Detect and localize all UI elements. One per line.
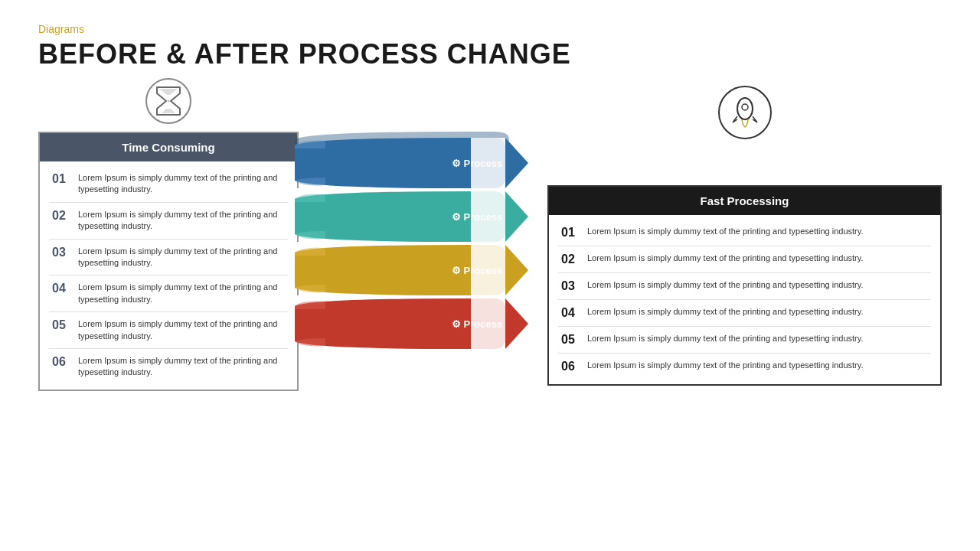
item-text: Lorem Ipsum is simply dummy text of the … — [78, 355, 285, 379]
svg-marker-6 — [505, 191, 528, 242]
item-divider — [49, 239, 288, 240]
item-number: 03 — [52, 246, 70, 259]
item-text: Lorem Ipsum is simply dummy text of the … — [78, 318, 285, 342]
right-list-item: 02 Lorem Ipsum is simply dummy text of t… — [558, 248, 931, 271]
svg-point-2 — [168, 100, 170, 103]
left-list-item: 01 Lorem Ipsum is simply dummy text of t… — [49, 168, 288, 201]
funnel-svg: ⚙ Process ⚙ Process ⚙ Process — [295, 132, 547, 422]
item-divider — [558, 353, 931, 354]
item-text: Lorem Ipsum is simply dummy text of the … — [78, 209, 285, 233]
item-number: 04 — [52, 282, 70, 295]
svg-point-18 — [737, 98, 753, 119]
right-box-items: 01 Lorem Ipsum is simply dummy text of t… — [549, 215, 940, 384]
item-number: 06 — [52, 355, 70, 369]
item-number: 01 — [561, 226, 580, 240]
svg-marker-3 — [505, 138, 528, 188]
left-list-item: 03 Lorem Ipsum is simply dummy text of t… — [49, 241, 288, 274]
right-box-header: Fast Processing — [549, 187, 940, 215]
item-text: Lorem Ipsum is simply dummy text of the … — [587, 306, 864, 318]
item-number: 02 — [561, 253, 580, 266]
item-divider — [49, 348, 288, 349]
item-divider — [49, 202, 288, 203]
right-list-item: 04 Lorem Ipsum is simply dummy text of t… — [558, 302, 931, 324]
item-divider — [558, 326, 931, 327]
left-list-item: 06 Lorem Ipsum is simply dummy text of t… — [49, 350, 288, 383]
item-text: Lorem Ipsum is simply dummy text of the … — [587, 279, 864, 291]
item-text: Lorem Ipsum is simply dummy text of the … — [587, 360, 864, 371]
svg-marker-9 — [505, 245, 528, 295]
item-number: 02 — [52, 209, 70, 223]
right-list-item: 05 Lorem Ipsum is simply dummy text of t… — [558, 328, 931, 351]
item-text: Lorem Ipsum is simply dummy text of the … — [78, 246, 285, 269]
svg-rect-17 — [471, 298, 505, 349]
svg-rect-16 — [471, 245, 505, 295]
right-list-item: 01 Lorem Ipsum is simply dummy text of t… — [558, 221, 931, 244]
left-list-item: 02 Lorem Ipsum is simply dummy text of t… — [49, 204, 288, 237]
item-divider — [558, 299, 931, 300]
left-list-item: 04 Lorem Ipsum is simply dummy text of t… — [49, 277, 288, 310]
svg-rect-15 — [471, 191, 505, 242]
item-text: Lorem Ipsum is simply dummy text of the … — [78, 172, 285, 196]
right-panel: Fast Processing 01 Lorem Ipsum is simply… — [547, 86, 942, 386]
right-list-item: 06 Lorem Ipsum is simply dummy text of t… — [558, 355, 931, 378]
item-number: 04 — [561, 306, 580, 320]
left-box-items: 01 Lorem Ipsum is simply dummy text of t… — [40, 161, 297, 390]
item-text: Lorem Ipsum is simply dummy text of the … — [587, 253, 864, 264]
item-number: 06 — [561, 360, 580, 373]
svg-point-19 — [742, 104, 748, 110]
item-text: Lorem Ipsum is simply dummy text of the … — [587, 333, 864, 344]
item-number: 05 — [561, 333, 580, 347]
main-title: BEFORE & AFTER PROCESS CHANGE — [38, 38, 942, 70]
item-divider — [49, 275, 288, 276]
right-box: Fast Processing 01 Lorem Ipsum is simply… — [547, 185, 942, 386]
mid-section: ⚙ Process ⚙ Process ⚙ Process — [295, 132, 547, 425]
content-layout: Time Consuming 01 Lorem Ipsum is simply … — [38, 86, 942, 425]
diagrams-label: Diagrams — [38, 23, 942, 35]
left-panel: Time Consuming 01 Lorem Ipsum is simply … — [38, 132, 299, 391]
left-list-item: 05 Lorem Ipsum is simply dummy text of t… — [49, 314, 288, 347]
left-box-header: Time Consuming — [40, 133, 297, 161]
item-text: Lorem Ipsum is simply dummy text of the … — [587, 226, 864, 237]
rocket-icon — [718, 86, 772, 139]
item-number: 01 — [52, 172, 70, 186]
item-divider — [558, 272, 931, 273]
item-number: 03 — [561, 279, 580, 293]
left-box: Time Consuming 01 Lorem Ipsum is simply … — [38, 132, 299, 391]
slide: Diagrams BEFORE & AFTER PROCESS CHANGE — [0, 0, 980, 551]
right-list-item: 03 Lorem Ipsum is simply dummy text of t… — [558, 275, 931, 298]
item-text: Lorem Ipsum is simply dummy text of the … — [78, 282, 285, 305]
item-divider — [49, 311, 288, 312]
svg-rect-14 — [471, 138, 505, 188]
svg-marker-12 — [505, 298, 528, 349]
hourglass-icon — [145, 78, 191, 124]
item-number: 05 — [52, 318, 70, 332]
item-divider — [558, 246, 931, 246]
